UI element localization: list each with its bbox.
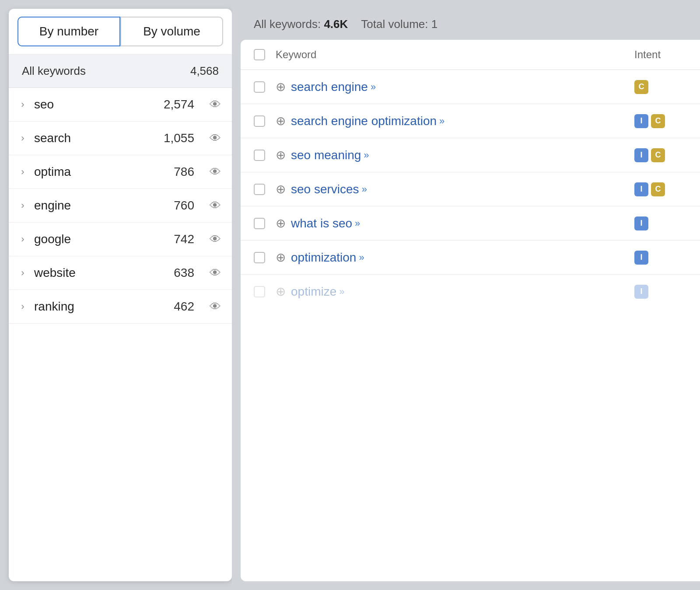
row-checkbox-wrap — [254, 184, 276, 195]
intent-cell: I C — [634, 182, 687, 196]
row-checkbox[interactable] — [254, 150, 265, 161]
row-checkbox-wrap — [254, 81, 276, 93]
table-header: Keyword Intent — [241, 40, 700, 70]
intent-badge-informational: I — [634, 251, 648, 265]
eye-icon[interactable]: 👁 — [207, 233, 223, 246]
table-row: ⊕ seo services » I C — [241, 172, 700, 206]
list-item[interactable]: › engine 760 👁 — [9, 189, 232, 223]
intent-badge-commercial: C — [651, 148, 665, 162]
right-header: All keywords: 4.6K Total volume: 1 — [241, 9, 700, 40]
keyword-text[interactable]: what is seo » — [291, 216, 360, 230]
keyword-name: google — [34, 232, 168, 246]
list-item[interactable]: › ranking 462 👁 — [9, 290, 232, 324]
table-row: ⊕ search engine » C — [241, 70, 700, 104]
keyword-cell: ⊕ what is seo » — [276, 216, 634, 230]
add-circle-icon[interactable]: ⊕ — [276, 216, 286, 230]
eye-icon[interactable]: 👁 — [207, 199, 223, 213]
intent-badge-informational: I — [634, 285, 648, 299]
keyword-cell: ⊕ seo services » — [276, 182, 634, 196]
table-row: ⊕ optimization » I — [241, 241, 700, 275]
keyword-cell: ⊕ seo meaning » — [276, 148, 634, 162]
row-checkbox[interactable] — [254, 252, 265, 263]
keyword-name: engine — [34, 199, 168, 213]
intent-cell: I — [634, 285, 687, 299]
keyword-text[interactable]: search engine » — [291, 80, 376, 94]
add-circle-icon[interactable]: ⊕ — [276, 284, 286, 299]
header-checkbox-col — [254, 49, 276, 60]
keyword-cell: ⊕ optimization » — [276, 250, 634, 265]
total-keywords-value: 4.6K — [324, 17, 348, 31]
expand-icon: » — [371, 81, 376, 93]
add-circle-icon[interactable]: ⊕ — [276, 80, 286, 94]
row-checkbox-wrap — [254, 150, 276, 161]
keyword-list: › seo 2,574 👁 › search 1,055 👁 › optima … — [9, 88, 232, 581]
chevron-right-icon: › — [18, 166, 28, 178]
keyword-count: 2,574 — [164, 98, 194, 112]
total-keywords-label: All keywords: 4.6K — [254, 17, 348, 31]
keyword-text[interactable]: seo meaning » — [291, 148, 369, 162]
keyword-count: 786 — [174, 165, 194, 179]
row-checkbox[interactable] — [254, 81, 265, 93]
add-circle-icon[interactable]: ⊕ — [276, 250, 286, 265]
list-item[interactable]: › website 638 👁 — [9, 256, 232, 290]
list-item[interactable]: › google 742 👁 — [9, 223, 232, 256]
eye-icon[interactable]: 👁 — [207, 165, 223, 179]
row-checkbox[interactable] — [254, 218, 265, 229]
expand-icon: » — [362, 184, 367, 195]
chevron-right-icon: › — [18, 99, 28, 110]
keyword-text[interactable]: optimize » — [291, 285, 345, 299]
intent-cell: I — [634, 216, 687, 230]
by-number-button[interactable]: By number — [18, 17, 120, 46]
add-circle-icon[interactable]: ⊕ — [276, 182, 286, 196]
total-volume-label: Total volume: 1 — [361, 17, 438, 31]
row-checkbox[interactable] — [254, 286, 265, 297]
select-all-checkbox[interactable] — [254, 49, 265, 60]
expand-icon: » — [339, 286, 344, 297]
add-circle-icon[interactable]: ⊕ — [276, 114, 286, 128]
chevron-right-icon: › — [18, 267, 28, 279]
keyword-count: 742 — [174, 232, 194, 246]
eye-icon[interactable]: 👁 — [207, 132, 223, 145]
keyword-text[interactable]: optimization » — [291, 251, 364, 265]
list-item[interactable]: › seo 2,574 👁 — [9, 88, 232, 122]
table-row: ⊕ search engine optimization » I C — [241, 104, 700, 138]
chevron-right-icon: › — [18, 234, 28, 245]
keyword-count: 760 — [174, 199, 194, 213]
keyword-name: seo — [34, 98, 158, 112]
keyword-column-header: Keyword — [276, 49, 634, 61]
keyword-name: ranking — [34, 300, 168, 314]
keyword-table: Keyword Intent ⊕ search engine » C — [241, 40, 700, 581]
by-volume-button[interactable]: By volume — [120, 17, 223, 46]
list-item[interactable]: › search 1,055 👁 — [9, 122, 232, 155]
row-checkbox-wrap — [254, 218, 276, 229]
intent-badge-informational: I — [634, 216, 648, 230]
eye-icon[interactable]: 👁 — [207, 266, 223, 280]
all-keywords-label: All keywords — [22, 64, 86, 78]
row-checkbox[interactable] — [254, 184, 265, 195]
intent-badge-informational: I — [634, 148, 648, 162]
intent-cell: C — [634, 80, 687, 94]
table-row: ⊕ optimize » I — [241, 275, 700, 308]
expand-icon: » — [364, 150, 369, 161]
eye-icon[interactable]: 👁 — [207, 98, 223, 112]
intent-cell: I C — [634, 148, 687, 162]
keyword-count: 462 — [174, 300, 194, 314]
eye-icon[interactable]: 👁 — [207, 300, 223, 314]
list-item[interactable]: › optima 786 👁 — [9, 155, 232, 189]
chevron-right-icon: › — [18, 200, 28, 211]
row-checkbox[interactable] — [254, 115, 265, 127]
intent-column-header: Intent — [634, 49, 687, 61]
expand-icon: » — [439, 115, 444, 127]
add-circle-icon[interactable]: ⊕ — [276, 148, 286, 162]
keyword-text[interactable]: search engine optimization » — [291, 114, 444, 128]
right-panel: All keywords: 4.6K Total volume: 1 Keywo… — [232, 0, 700, 590]
all-keywords-summary: All keywords 4,568 — [9, 55, 232, 88]
intent-badge-commercial: C — [651, 114, 665, 128]
keyword-name: website — [34, 266, 168, 280]
table-row: ⊕ seo meaning » I C — [241, 138, 700, 172]
all-keywords-count: 4,568 — [190, 64, 219, 78]
table-row: ⊕ what is seo » I — [241, 206, 700, 241]
keyword-text[interactable]: seo services » — [291, 182, 367, 196]
intent-badge-informational: I — [634, 114, 648, 128]
intent-badge-informational: I — [634, 182, 648, 196]
